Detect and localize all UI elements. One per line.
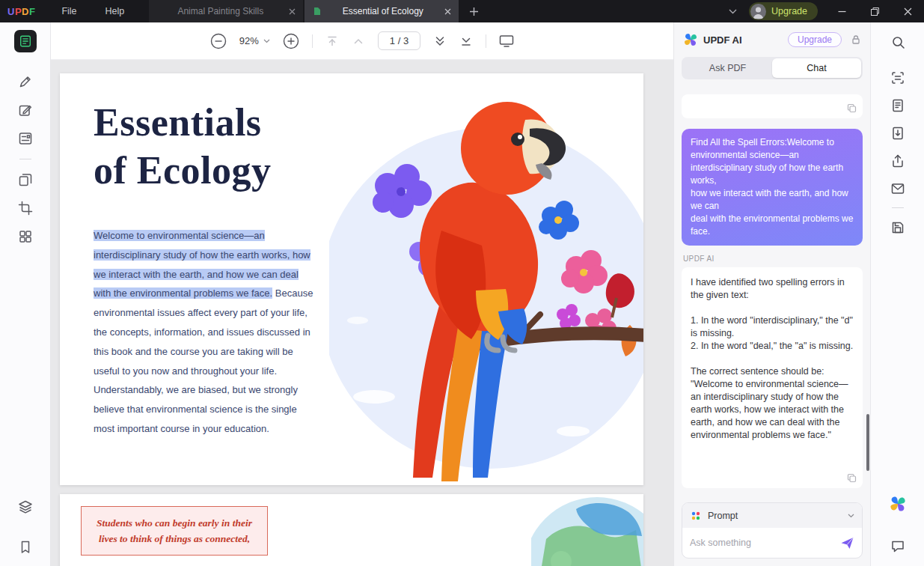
pdf-page-1[interactable]: Essentials of Ecology Welcome to environ… [60, 73, 643, 485]
document-body[interactable]: Welcome to environmental science—an inte… [94, 226, 318, 439]
send-icon[interactable] [840, 537, 854, 550]
tool-organize-pages[interactable] [0, 165, 51, 194]
chevron-down-icon [263, 39, 270, 43]
logo-letter: U [7, 6, 15, 17]
page-indicator[interactable]: 1 / 3 [378, 31, 420, 50]
upgrade-label: Upgrade [771, 6, 807, 16]
tool-form[interactable] [0, 124, 51, 153]
tab-essential-of-ecology[interactable]: Essential of Ecology [305, 0, 459, 22]
page-export-icon [890, 126, 905, 141]
ai-message: I have identified two spelling errors in… [682, 267, 863, 488]
tab-label: Animal Painting Skills [158, 6, 283, 16]
menu-help[interactable]: Help [91, 0, 139, 22]
tool-page-edit[interactable] [871, 91, 924, 119]
zoom-in-button[interactable] [283, 33, 299, 49]
close-tab-icon[interactable] [289, 8, 296, 15]
annotate-icon [18, 74, 33, 89]
ai-panel-header: UPDF AI Upgrade [674, 22, 870, 57]
form-icon [18, 131, 33, 146]
prompt-box: Prompt [682, 502, 863, 559]
next-page-button[interactable] [433, 34, 447, 48]
left-toolbar [0, 22, 51, 566]
updf-ai-button[interactable] [871, 490, 924, 517]
tool-edit[interactable] [0, 96, 51, 124]
pdf-page-2[interactable]: Students who can begin early in their li… [60, 494, 643, 566]
tool-reader[interactable] [0, 27, 51, 55]
document-area: 92% 1 / 3 Essentials of Ecology Welcome [51, 22, 673, 566]
divider [486, 34, 486, 48]
tool-page-export[interactable] [871, 119, 924, 147]
updf-ai-clover-icon [889, 495, 907, 513]
save-icon [890, 220, 905, 235]
menu-file[interactable]: File [47, 0, 91, 22]
reader-icon [14, 30, 37, 52]
window-controls [825, 0, 924, 22]
tool-email[interactable] [871, 174, 924, 202]
logo-letter: P [15, 6, 22, 17]
parrot-illustration [329, 73, 643, 485]
tool-bookmark[interactable] [0, 533, 51, 562]
ai-message-sender: UPDF AI [683, 255, 863, 263]
divider [312, 34, 313, 48]
prompt-apps-icon [690, 510, 702, 522]
ai-panel: UPDF AI Upgrade Ask PDF Chat Find All th… [673, 22, 870, 566]
tool-ocr[interactable] [871, 64, 924, 91]
tool-layers[interactable] [0, 493, 51, 521]
prompt-label: Prompt [708, 511, 738, 521]
document-title: Essentials of Ecology [94, 99, 272, 195]
upgrade-button[interactable]: Upgrade [749, 2, 818, 20]
avatar [750, 4, 766, 19]
titlebar: UPDF File Help Animal Painting Skills Es… [0, 0, 924, 22]
present-button[interactable] [499, 34, 514, 48]
first-page-button[interactable] [325, 34, 339, 48]
comment-bubble-icon [890, 539, 905, 554]
logo-letter: F [29, 6, 35, 17]
crop-icon [18, 201, 33, 216]
tool-search[interactable] [871, 28, 924, 56]
chat-history[interactable]: Find All the Spell Errors:Welcome to env… [674, 88, 870, 497]
grid-tools-icon [18, 229, 33, 244]
search-icon [891, 35, 905, 49]
tool-crop[interactable] [0, 194, 51, 222]
close-tab-icon[interactable] [444, 8, 451, 15]
ocr-icon [890, 70, 905, 85]
user-message: Find All the Spell Errors:Welcome to env… [682, 129, 863, 246]
zoom-out-button[interactable] [210, 33, 227, 49]
updf-ai-clover-icon [683, 32, 698, 47]
close-button[interactable] [891, 0, 924, 22]
lock-icon[interactable] [851, 34, 861, 45]
minimize-button[interactable] [825, 0, 858, 22]
ai-panel-title: UPDF AI [703, 34, 742, 46]
pdf-canvas[interactable]: Essentials of Ecology Welcome to environ… [51, 60, 673, 566]
comment-panel-button[interactable] [871, 532, 924, 560]
tool-share[interactable] [871, 147, 924, 174]
tool-grid-tools[interactable] [0, 222, 51, 251]
chevron-down-icon [848, 514, 854, 518]
previous-message-partial [682, 94, 863, 118]
layers-icon [18, 499, 33, 514]
updf-logo: UPDF [0, 0, 47, 22]
copy-icon[interactable] [847, 103, 857, 113]
document-toolbar: 92% 1 / 3 [51, 22, 673, 60]
new-tab-button[interactable] [459, 0, 489, 22]
tab-chat[interactable]: Chat [772, 58, 861, 78]
divider [892, 207, 904, 208]
copy-icon[interactable] [847, 473, 857, 483]
prompt-dropdown[interactable]: Prompt [682, 503, 862, 528]
body-text: Because environmental issues affect ever… [94, 287, 313, 434]
left-toolbar-bottom [0, 488, 50, 562]
tabs-dropdown-icon[interactable] [720, 0, 746, 22]
last-page-button[interactable] [459, 34, 473, 48]
chat-scrollbar[interactable] [866, 414, 869, 471]
tab-ask-pdf[interactable]: Ask PDF [683, 58, 772, 78]
maximize-button[interactable] [858, 0, 891, 22]
zoom-level-dropdown[interactable]: 92% [239, 35, 270, 46]
share-icon [890, 153, 905, 168]
tool-annotate[interactable] [0, 67, 51, 96]
tab-animal-painting-skills[interactable]: Animal Painting Skills [149, 0, 303, 22]
titlebar-drag-area [489, 0, 720, 22]
tool-save[interactable] [871, 213, 924, 241]
ai-upgrade-button[interactable]: Upgrade [788, 32, 842, 47]
previous-page-button[interactable] [352, 34, 365, 48]
ask-input[interactable] [690, 538, 834, 548]
